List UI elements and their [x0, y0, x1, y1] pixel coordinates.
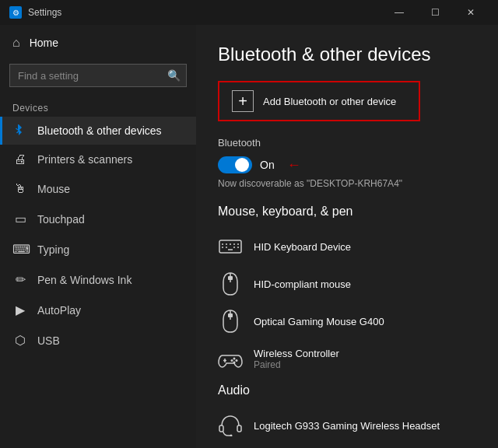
sidebar-item-printers-label: Printers & scanners	[37, 153, 132, 166]
device-item-keyboard[interactable]: HID Keyboard Device	[218, 228, 476, 265]
bluetooth-toggle-row: On ←	[218, 156, 476, 173]
maximize-button[interactable]: ☐	[417, 0, 453, 25]
usb-icon: ⬡	[12, 333, 28, 348]
add-icon: +	[232, 90, 254, 112]
minimize-button[interactable]: —	[381, 0, 417, 25]
app-body: ⌂ Home 🔍 Devices Bluetooth & other devic…	[0, 25, 498, 448]
bluetooth-toggle-label: On	[260, 159, 275, 171]
hid-mouse-info: HID-compliant mouse	[254, 278, 351, 290]
optical-mouse-name: Optical Gaming Mouse G400	[254, 316, 384, 327]
mouse-icon: 🖱	[12, 182, 28, 196]
bluetooth-icon	[12, 124, 28, 137]
title-bar-left: ⚙ Settings	[9, 6, 61, 19]
svg-rect-21	[219, 425, 223, 432]
toggle-knob	[235, 158, 249, 172]
sidebar-item-bluetooth[interactable]: Bluetooth & other devices	[0, 117, 196, 145]
settings-app-icon: ⚙	[9, 6, 22, 19]
controller-name: Wireless Controller	[254, 348, 339, 359]
touchpad-icon: ▭	[12, 212, 28, 226]
sidebar-item-mouse[interactable]: 🖱 Mouse	[0, 174, 196, 204]
keyboard-device-info: HID Keyboard Device	[254, 241, 351, 253]
controller-status: Paired	[254, 359, 339, 370]
hid-mouse-name: HID-compliant mouse	[254, 278, 351, 290]
sidebar: ⌂ Home 🔍 Devices Bluetooth & other devic…	[0, 25, 196, 448]
sidebar-item-usb-label: USB	[37, 334, 60, 347]
mouse-section-title: Mouse, keyboard, & pen	[218, 205, 476, 219]
discoverable-text: Now discoverable as "DESKTOP-KRH67A4"	[218, 178, 476, 189]
sidebar-home-label: Home	[30, 37, 58, 49]
page-title: Bluetooth & other devices	[218, 44, 476, 65]
sidebar-item-printers[interactable]: 🖨 Printers & scanners	[0, 145, 196, 174]
controller-icon	[218, 346, 243, 371]
svg-point-23	[230, 435, 233, 437]
sidebar-item-autoplay[interactable]: ▶ AutoPlay	[0, 295, 196, 325]
autoplay-icon: ▶	[12, 303, 28, 317]
svg-rect-0	[219, 240, 241, 253]
printer-icon: 🖨	[12, 152, 28, 166]
optical-mouse-icon	[218, 309, 243, 334]
sidebar-item-home[interactable]: ⌂ Home	[0, 25, 196, 61]
keyboard-device-name: HID Keyboard Device	[254, 241, 351, 253]
headset-icon	[218, 413, 243, 438]
svg-point-17	[233, 358, 236, 360]
svg-point-19	[231, 359, 233, 362]
svg-rect-12	[228, 276, 233, 280]
typing-icon: ⌨	[12, 242, 28, 257]
optical-mouse-info: Optical Gaming Mouse G400	[254, 316, 384, 327]
sidebar-item-autoplay-label: AutoPlay	[37, 304, 81, 317]
sidebar-item-bluetooth-label: Bluetooth & other devices	[37, 124, 162, 137]
arrow-indicator: ←	[287, 157, 301, 173]
close-button[interactable]: ✕	[453, 0, 489, 25]
device-item-headset[interactable]: Logitech G933 Gaming Wireless Headset	[218, 407, 476, 444]
svg-rect-14	[228, 313, 233, 317]
sidebar-item-touchpad[interactable]: ▭ Touchpad	[0, 204, 196, 234]
sidebar-item-pen[interactable]: ✏ Pen & Windows Ink	[0, 264, 196, 295]
sidebar-item-typing[interactable]: ⌨ Typing	[0, 234, 196, 264]
search-icon: 🔍	[167, 69, 181, 82]
bluetooth-toggle[interactable]	[218, 156, 252, 173]
title-bar-title: Settings	[28, 7, 61, 18]
add-device-button[interactable]: + Add Bluetooth or other device	[218, 81, 420, 121]
sidebar-item-usb[interactable]: ⬡ USB	[0, 325, 196, 355]
device-item-hid-mouse[interactable]: HID-compliant mouse	[218, 265, 476, 303]
svg-point-18	[236, 359, 238, 362]
device-item-optical-mouse[interactable]: Optical Gaming Mouse G400	[218, 303, 476, 340]
headset-info: Logitech G933 Gaming Wireless Headset	[254, 420, 440, 432]
sidebar-item-touchpad-label: Touchpad	[37, 213, 85, 226]
hid-mouse-icon	[218, 271, 243, 296]
sidebar-section-label: Devices	[0, 96, 196, 117]
search-input[interactable]	[9, 64, 187, 87]
sidebar-search: 🔍	[9, 64, 187, 87]
audio-section-title: Audio	[218, 383, 476, 397]
svg-rect-22	[237, 425, 241, 432]
device-item-controller[interactable]: Wireless Controller Paired	[218, 340, 476, 377]
controller-info: Wireless Controller Paired	[254, 348, 339, 370]
bluetooth-section-title: Bluetooth	[218, 137, 476, 149]
add-device-label: Add Bluetooth or other device	[263, 96, 396, 107]
sidebar-item-pen-label: Pen & Windows Ink	[37, 274, 132, 286]
svg-point-20	[233, 362, 236, 364]
title-bar: ⚙ Settings — ☐ ✕	[0, 0, 498, 25]
headset-name: Logitech G933 Gaming Wireless Headset	[254, 420, 440, 432]
home-icon: ⌂	[12, 36, 20, 50]
keyboard-device-icon	[218, 234, 243, 259]
content-area: Bluetooth & other devices + Add Bluetoot…	[196, 25, 498, 448]
pen-icon: ✏	[12, 272, 28, 287]
title-bar-controls: — ☐ ✕	[381, 0, 489, 25]
sidebar-item-mouse-label: Mouse	[37, 183, 70, 195]
sidebar-item-typing-label: Typing	[37, 243, 69, 256]
